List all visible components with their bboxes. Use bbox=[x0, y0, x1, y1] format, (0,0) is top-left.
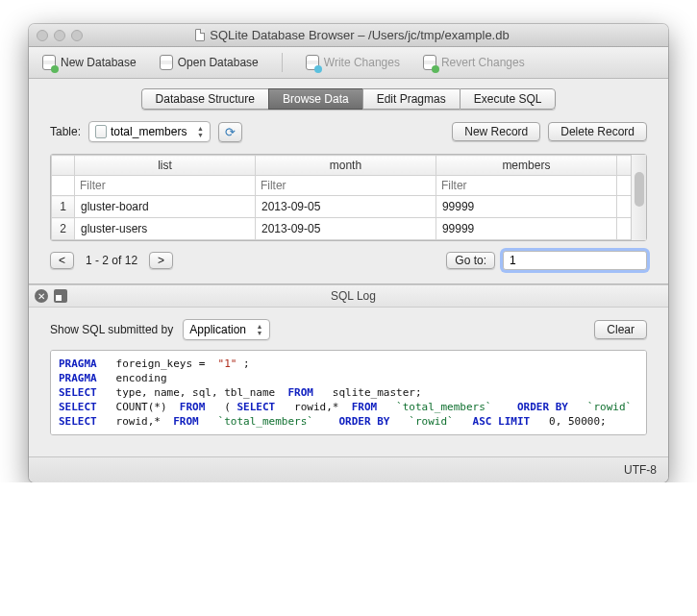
sql-log-title: SQL Log bbox=[44, 289, 662, 303]
dock-panel-icon[interactable] bbox=[54, 289, 67, 303]
table-row[interactable]: 1gluster-board2013-09-0599999 bbox=[52, 196, 632, 218]
app-window: SQLite Database Browser – /Users/jc/tmp/… bbox=[29, 24, 668, 482]
tab-database-structure[interactable]: Database Structure bbox=[141, 88, 268, 110]
tab-bar: Database Structure Browse Data Edit Prag… bbox=[29, 88, 668, 110]
status-bar: UTF-8 bbox=[29, 456, 668, 482]
row-number: 1 bbox=[52, 196, 75, 218]
window-title: SQLite Database Browser – /Users/jc/tmp/… bbox=[44, 28, 660, 42]
column-header-rownum[interactable] bbox=[52, 156, 75, 176]
stepper-icon: ▲▼ bbox=[252, 323, 267, 336]
write-changes-label: Write Changes bbox=[324, 56, 400, 69]
sql-log-panel: Show SQL submitted by Application ▲▼ Cle… bbox=[50, 308, 647, 443]
new-database-button[interactable]: New Database bbox=[42, 55, 137, 70]
delete-record-button[interactable]: Delete Record bbox=[548, 122, 647, 141]
cell-empty bbox=[616, 218, 631, 240]
document-icon bbox=[195, 29, 205, 41]
main-toolbar: New Database Open Database Write Changes… bbox=[29, 47, 668, 79]
scrollbar-thumb[interactable] bbox=[635, 172, 644, 207]
filter-input-members[interactable] bbox=[436, 176, 616, 195]
database-plus-icon bbox=[42, 55, 56, 70]
data-table: list month members 1gluster-board2013-09… bbox=[51, 155, 631, 240]
column-header-month[interactable]: month bbox=[255, 156, 436, 176]
cell-members[interactable]: 99999 bbox=[436, 196, 616, 218]
filter-row bbox=[52, 176, 632, 196]
cell-list[interactable]: gluster-users bbox=[75, 218, 256, 240]
window-title-text: SQLite Database Browser – /Users/jc/tmp/… bbox=[210, 28, 509, 42]
filter-rownum bbox=[52, 176, 75, 196]
tab-execute-sql[interactable]: Execute SQL bbox=[460, 88, 557, 110]
cell-month[interactable]: 2013-09-05 bbox=[255, 218, 436, 240]
new-record-button[interactable]: New Record bbox=[452, 122, 540, 141]
cell-list[interactable]: gluster-board bbox=[75, 196, 256, 218]
pager-range: 1 - 2 of 12 bbox=[82, 254, 141, 267]
pager: < 1 - 2 of 12 > Go to: bbox=[50, 251, 647, 270]
table-select[interactable]: total_members ▲▼ bbox=[88, 121, 211, 142]
column-header-list[interactable]: list bbox=[75, 156, 256, 176]
refresh-button[interactable]: ⟳ bbox=[218, 122, 242, 142]
open-database-button[interactable]: Open Database bbox=[160, 55, 259, 70]
browse-data-panel: Table: total_members ▲▼ ⟳ New Record Del… bbox=[29, 110, 668, 456]
table-row[interactable]: 2gluster-users2013-09-0599999 bbox=[52, 218, 632, 240]
sql-log-titlebar: ✕ SQL Log bbox=[29, 284, 668, 308]
column-header-members[interactable]: members bbox=[436, 156, 616, 176]
goto-input[interactable] bbox=[503, 251, 647, 270]
cell-month[interactable]: 2013-09-05 bbox=[255, 196, 436, 218]
encoding-label: UTF-8 bbox=[624, 463, 657, 477]
titlebar[interactable]: SQLite Database Browser – /Users/jc/tmp/… bbox=[29, 24, 668, 47]
revert-changes-label: Revert Changes bbox=[441, 56, 525, 69]
cell-members[interactable]: 99999 bbox=[436, 218, 616, 240]
write-changes-button[interactable]: Write Changes bbox=[306, 55, 400, 70]
pager-prev-button[interactable]: < bbox=[50, 252, 74, 269]
open-database-label: Open Database bbox=[178, 56, 259, 69]
table-icon bbox=[95, 125, 107, 138]
revert-changes-button[interactable]: Revert Changes bbox=[423, 55, 525, 70]
database-open-icon bbox=[160, 55, 173, 70]
table-select-value: total_members bbox=[111, 125, 187, 138]
table-label: Table: bbox=[50, 125, 81, 138]
sql-log-output[interactable]: PRAGMA foreign_keys = "1" ; PRAGMA encod… bbox=[50, 350, 647, 435]
row-number: 2 bbox=[52, 218, 75, 240]
new-database-label: New Database bbox=[61, 56, 137, 69]
tab-browse-data[interactable]: Browse Data bbox=[268, 88, 362, 110]
database-write-icon bbox=[306, 55, 319, 70]
toolbar-separator bbox=[282, 53, 283, 72]
sql-source-value: Application bbox=[189, 323, 246, 336]
database-revert-icon bbox=[423, 55, 436, 70]
stepper-icon: ▲▼ bbox=[192, 125, 208, 138]
sql-show-label: Show SQL submitted by bbox=[50, 323, 173, 336]
goto-button[interactable]: Go to: bbox=[446, 252, 495, 269]
sql-source-select[interactable]: Application ▲▼ bbox=[183, 319, 270, 340]
filter-empty bbox=[616, 176, 631, 196]
pager-next-button[interactable]: > bbox=[149, 252, 173, 269]
table-header-row: list month members bbox=[52, 156, 632, 176]
tab-edit-pragmas[interactable]: Edit Pragmas bbox=[362, 88, 460, 110]
column-header-empty bbox=[616, 156, 631, 176]
filter-input-list[interactable] bbox=[75, 176, 255, 195]
filter-input-month[interactable] bbox=[256, 176, 436, 195]
data-table-container: list month members 1gluster-board2013-09… bbox=[50, 154, 647, 241]
clear-log-button[interactable]: Clear bbox=[594, 320, 647, 339]
refresh-icon: ⟳ bbox=[225, 125, 236, 139]
vertical-scrollbar[interactable] bbox=[631, 155, 646, 240]
cell-empty bbox=[616, 196, 631, 218]
